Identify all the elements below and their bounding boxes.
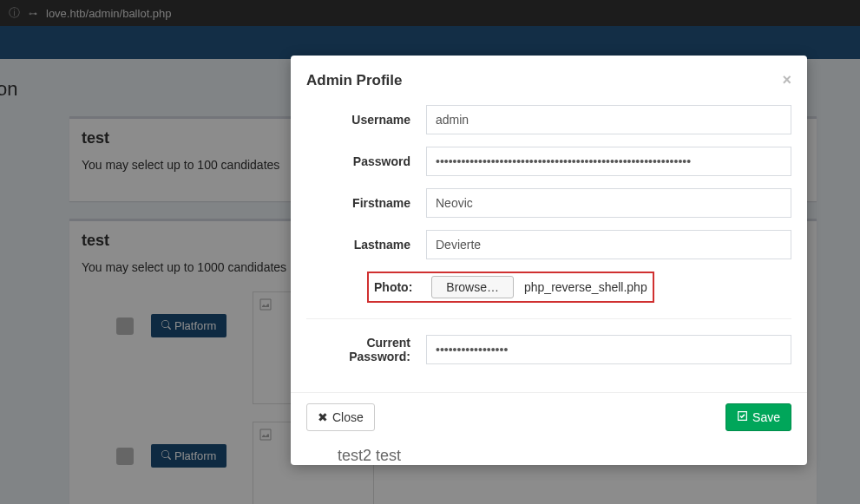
behind-row-text: test2 test xyxy=(291,442,807,465)
firstname-label: Firstname xyxy=(306,196,426,210)
username-label: Username xyxy=(306,113,426,127)
firstname-input[interactable] xyxy=(426,188,791,218)
modal-title: Admin Profile xyxy=(306,72,403,89)
photo-label: Photo: xyxy=(371,280,431,294)
lastname-input[interactable] xyxy=(426,230,791,259)
password-label: Password xyxy=(306,154,426,168)
close-icon[interactable]: × xyxy=(782,71,791,89)
current-password-input[interactable] xyxy=(426,335,791,364)
close-label: Close xyxy=(332,410,364,424)
save-label: Save xyxy=(752,410,780,424)
close-button[interactable]: ✖ Close xyxy=(306,403,375,431)
divider xyxy=(306,318,791,319)
current-password-label: Current Password: xyxy=(306,336,426,363)
browse-button[interactable]: Browse… xyxy=(431,276,514,298)
save-button[interactable]: Save xyxy=(725,403,791,431)
check-icon xyxy=(737,410,748,424)
close-x-icon: ✖ xyxy=(318,410,328,424)
password-input[interactable] xyxy=(426,147,791,176)
lastname-label: Lastname xyxy=(306,238,426,252)
selected-file-name: php_reverse_shell.php xyxy=(514,280,647,294)
admin-profile-modal: Admin Profile × Username Password Firstn… xyxy=(291,56,807,465)
photo-upload-highlight: Photo: Browse… php_reverse_shell.php xyxy=(367,272,654,303)
username-input[interactable] xyxy=(426,105,791,134)
